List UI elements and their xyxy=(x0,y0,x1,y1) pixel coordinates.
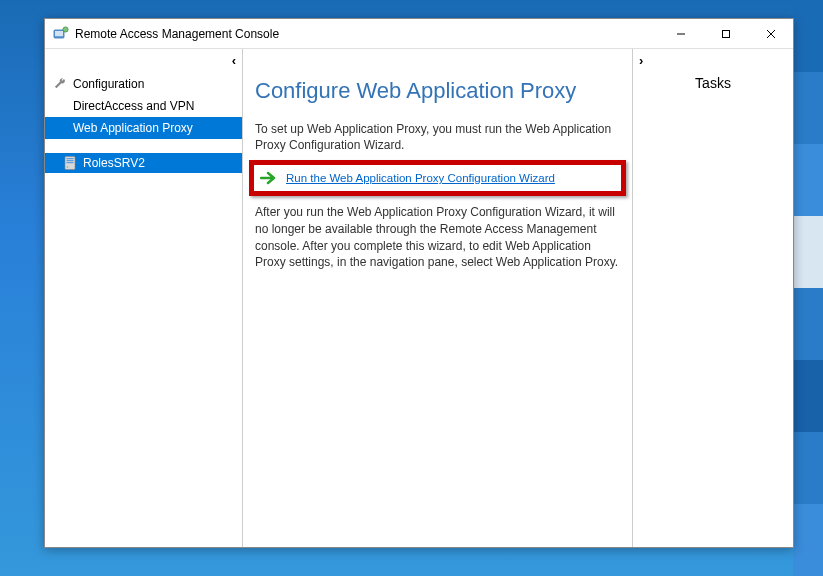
run-wizard-row: Run the Web Application Proxy Configurat… xyxy=(249,160,626,196)
nav-section-label: Configuration xyxy=(73,77,144,91)
nav-item-web-application-proxy[interactable]: Web Application Proxy xyxy=(45,117,242,139)
content-area: ‹ Configuration DirectAccess and VPN Web… xyxy=(45,49,793,547)
close-button[interactable] xyxy=(748,19,793,48)
svg-rect-1 xyxy=(55,31,63,36)
collapse-left-icon[interactable]: ‹ xyxy=(232,53,236,68)
window-controls xyxy=(658,19,793,48)
nav-section-configuration[interactable]: Configuration xyxy=(45,71,242,95)
nav-item-label: Web Application Proxy xyxy=(73,121,193,135)
svg-point-11 xyxy=(67,166,69,168)
server-section: RolesSRV2 xyxy=(45,153,242,173)
desktop-background xyxy=(793,0,823,576)
titlebar[interactable]: Remote Access Management Console xyxy=(45,19,793,49)
svg-rect-4 xyxy=(722,30,729,37)
svg-rect-8 xyxy=(67,158,74,159)
navigation-panel: ‹ Configuration DirectAccess and VPN Web… xyxy=(45,49,243,547)
page-title: Configure Web Application Proxy xyxy=(255,77,620,105)
main-panel: Configure Web Application Proxy To set u… xyxy=(243,49,633,547)
after-text: After you run the Web Application Proxy … xyxy=(255,204,620,271)
app-window: Remote Access Management Console ‹ Confi… xyxy=(44,18,794,548)
run-wizard-link[interactable]: Run the Web Application Proxy Configurat… xyxy=(286,172,555,184)
svg-rect-9 xyxy=(67,160,74,161)
nav-item-label: DirectAccess and VPN xyxy=(73,99,194,113)
intro-text: To set up Web Application Proxy, you mus… xyxy=(255,121,620,155)
maximize-button[interactable] xyxy=(703,19,748,48)
window-title: Remote Access Management Console xyxy=(75,27,658,41)
server-item[interactable]: RolesSRV2 xyxy=(45,153,242,173)
server-icon xyxy=(63,156,77,170)
app-icon xyxy=(53,26,69,42)
tasks-panel: › Tasks xyxy=(633,49,793,547)
tasks-header: Tasks xyxy=(643,75,783,91)
minimize-button[interactable] xyxy=(658,19,703,48)
arrow-right-icon xyxy=(260,171,278,185)
collapse-right-icon[interactable]: › xyxy=(639,53,643,68)
server-label: RolesSRV2 xyxy=(83,156,145,170)
svg-rect-10 xyxy=(67,162,74,163)
wrench-icon xyxy=(53,77,67,91)
nav-item-directaccess-vpn[interactable]: DirectAccess and VPN xyxy=(45,95,242,117)
svg-point-2 xyxy=(63,26,68,31)
